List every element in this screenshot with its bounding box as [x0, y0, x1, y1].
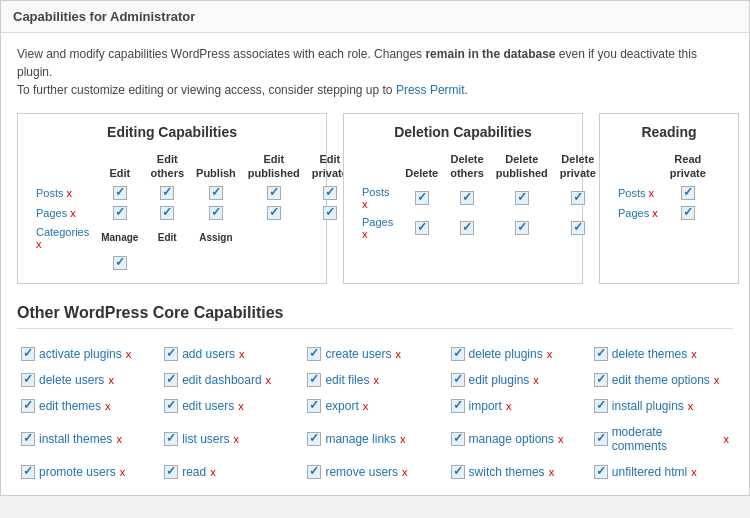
- pages-read-label[interactable]: Pages: [618, 207, 649, 219]
- other-cap-checkbox[interactable]: [164, 465, 178, 479]
- posts-delete-private-checkbox[interactable]: [571, 191, 585, 205]
- other-cap-remove[interactable]: x: [105, 400, 111, 412]
- press-permit-link[interactable]: Press Permit: [396, 83, 465, 97]
- other-cap-remove[interactable]: x: [108, 374, 114, 386]
- pages-edit-published-checkbox[interactable]: [267, 206, 281, 220]
- other-cap-label[interactable]: manage options: [469, 432, 554, 446]
- pages-delete-private-checkbox[interactable]: [571, 221, 585, 235]
- other-cap-label[interactable]: export: [325, 399, 358, 413]
- other-cap-checkbox[interactable]: [21, 432, 35, 446]
- posts-delete-checkbox[interactable]: [415, 191, 429, 205]
- other-cap-checkbox[interactable]: [21, 347, 35, 361]
- categories-label[interactable]: Categories: [36, 226, 89, 238]
- other-cap-remove[interactable]: x: [714, 374, 720, 386]
- posts-edit-private-checkbox[interactable]: [323, 186, 337, 200]
- other-cap-remove[interactable]: x: [210, 466, 216, 478]
- pages-delete-checkbox[interactable]: [415, 221, 429, 235]
- other-cap-remove[interactable]: x: [506, 400, 512, 412]
- pages-delete-label[interactable]: Pages: [362, 216, 393, 228]
- other-cap-label[interactable]: edit plugins: [469, 373, 530, 387]
- other-cap-remove[interactable]: x: [549, 466, 555, 478]
- other-cap-label[interactable]: edit themes: [39, 399, 101, 413]
- pages-read-remove[interactable]: x: [652, 207, 658, 219]
- posts-delete-others-checkbox[interactable]: [460, 191, 474, 205]
- other-cap-checkbox[interactable]: [594, 465, 608, 479]
- categories-manage-checkbox[interactable]: [113, 256, 127, 270]
- pages-edit-remove[interactable]: x: [70, 207, 76, 219]
- pages-read-private-checkbox[interactable]: [681, 206, 695, 220]
- other-cap-remove[interactable]: x: [120, 466, 126, 478]
- other-cap-label[interactable]: list users: [182, 432, 229, 446]
- other-cap-checkbox[interactable]: [21, 373, 35, 387]
- posts-delete-remove[interactable]: x: [362, 198, 368, 210]
- posts-delete-published-checkbox[interactable]: [515, 191, 529, 205]
- other-cap-remove[interactable]: x: [395, 348, 401, 360]
- other-cap-checkbox[interactable]: [594, 373, 608, 387]
- other-cap-remove[interactable]: x: [691, 348, 697, 360]
- other-cap-label[interactable]: install plugins: [612, 399, 684, 413]
- pages-edit-private-checkbox[interactable]: [323, 206, 337, 220]
- other-cap-label[interactable]: remove users: [325, 465, 398, 479]
- other-cap-label[interactable]: import: [469, 399, 502, 413]
- other-cap-checkbox[interactable]: [164, 347, 178, 361]
- other-cap-checkbox[interactable]: [451, 465, 465, 479]
- other-cap-remove[interactable]: x: [547, 348, 553, 360]
- other-cap-remove[interactable]: x: [402, 466, 408, 478]
- other-cap-label[interactable]: read: [182, 465, 206, 479]
- other-cap-checkbox[interactable]: [451, 347, 465, 361]
- other-cap-label[interactable]: unfiltered html: [612, 465, 687, 479]
- posts-edit-others-checkbox[interactable]: [160, 186, 174, 200]
- other-cap-label[interactable]: promote users: [39, 465, 116, 479]
- other-cap-remove[interactable]: x: [363, 400, 369, 412]
- other-cap-checkbox[interactable]: [307, 347, 321, 361]
- other-cap-label[interactable]: create users: [325, 347, 391, 361]
- other-cap-checkbox[interactable]: [451, 432, 465, 446]
- other-cap-label[interactable]: add users: [182, 347, 235, 361]
- pages-edit-checkbox[interactable]: [113, 206, 127, 220]
- posts-edit-remove[interactable]: x: [67, 187, 73, 199]
- other-cap-checkbox[interactable]: [307, 432, 321, 446]
- other-cap-remove[interactable]: x: [116, 433, 122, 445]
- posts-edit-label[interactable]: Posts: [36, 187, 64, 199]
- pages-edit-others-checkbox[interactable]: [160, 206, 174, 220]
- posts-read-private-checkbox[interactable]: [681, 186, 695, 200]
- other-cap-label[interactable]: edit dashboard: [182, 373, 261, 387]
- posts-edit-published-checkbox[interactable]: [267, 186, 281, 200]
- other-cap-remove[interactable]: x: [266, 374, 272, 386]
- other-cap-checkbox[interactable]: [594, 399, 608, 413]
- other-cap-checkbox[interactable]: [21, 399, 35, 413]
- other-cap-label[interactable]: manage links: [325, 432, 396, 446]
- pages-delete-published-checkbox[interactable]: [515, 221, 529, 235]
- other-cap-checkbox[interactable]: [164, 373, 178, 387]
- other-cap-remove[interactable]: x: [533, 374, 539, 386]
- other-cap-remove[interactable]: x: [234, 433, 240, 445]
- other-cap-label[interactable]: activate plugins: [39, 347, 122, 361]
- other-cap-checkbox[interactable]: [594, 347, 608, 361]
- other-cap-checkbox[interactable]: [164, 432, 178, 446]
- other-cap-label[interactable]: edit files: [325, 373, 369, 387]
- other-cap-label[interactable]: delete themes: [612, 347, 687, 361]
- other-cap-label[interactable]: install themes: [39, 432, 112, 446]
- other-cap-label[interactable]: delete plugins: [469, 347, 543, 361]
- other-cap-remove[interactable]: x: [688, 400, 694, 412]
- other-cap-checkbox[interactable]: [594, 432, 608, 446]
- other-cap-remove[interactable]: x: [238, 400, 244, 412]
- other-cap-remove[interactable]: x: [723, 433, 729, 445]
- other-cap-remove[interactable]: x: [373, 374, 379, 386]
- pages-delete-remove[interactable]: x: [362, 228, 368, 240]
- other-cap-label[interactable]: edit theme options: [612, 373, 710, 387]
- other-cap-checkbox[interactable]: [307, 399, 321, 413]
- other-cap-checkbox[interactable]: [164, 399, 178, 413]
- posts-delete-label[interactable]: Posts: [362, 186, 390, 198]
- other-cap-checkbox[interactable]: [307, 465, 321, 479]
- other-cap-checkbox[interactable]: [307, 373, 321, 387]
- posts-read-label[interactable]: Posts: [618, 187, 646, 199]
- pages-publish-checkbox[interactable]: [209, 206, 223, 220]
- other-cap-remove[interactable]: x: [400, 433, 406, 445]
- other-cap-label[interactable]: delete users: [39, 373, 104, 387]
- other-cap-remove[interactable]: x: [126, 348, 132, 360]
- other-cap-checkbox[interactable]: [21, 465, 35, 479]
- other-cap-label[interactable]: switch themes: [469, 465, 545, 479]
- other-cap-label[interactable]: edit users: [182, 399, 234, 413]
- categories-remove[interactable]: x: [36, 238, 42, 250]
